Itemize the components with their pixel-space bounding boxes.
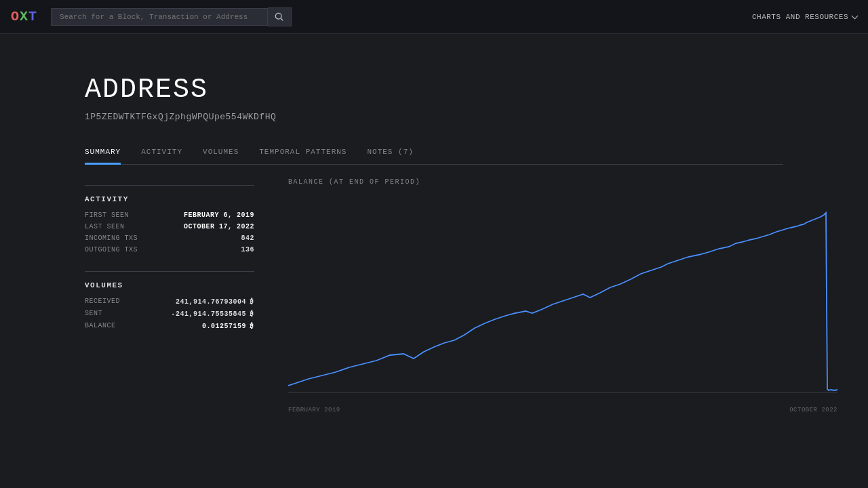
last-seen-value: OCTOBER 17, 2022: [184, 223, 254, 230]
first-seen-label: FIRST SEEN: [85, 211, 129, 219]
table-row: BALANCE 0.01257159 ₿: [85, 322, 254, 330]
charts-resources-button[interactable]: CHARTS AND RESOURCES: [752, 13, 857, 21]
outgoing-txs-value: 136: [241, 246, 254, 253]
tabs-container: SUMMARY ACTIVITY VOLUMES TEMPORAL PATTER…: [85, 142, 783, 165]
sent-value: -241,914.75535845 ₿: [171, 310, 254, 318]
tab-temporal[interactable]: TEMPORAL PATTERNS: [259, 142, 347, 165]
chevron-down-icon: [852, 12, 859, 19]
incoming-txs-value: 842: [241, 235, 254, 242]
balance-chart: [288, 192, 837, 403]
table-row: LAST SEEN OCTOBER 17, 2022: [85, 223, 254, 230]
chart-x-labels: FEBRUARY 2019 OCTOBER 2022: [288, 403, 837, 413]
first-seen-value: FEBRUARY 6, 2019: [184, 211, 254, 219]
chart-container: [288, 192, 837, 403]
content-area: ACTIVITY FIRST SEEN FEBRUARY 6, 2019 LAS…: [85, 165, 783, 413]
table-row: RECEIVED 241,914.76793004 ₿: [85, 298, 254, 306]
logo-o: O: [11, 9, 20, 24]
table-row: OUTGOING TXS 136: [85, 246, 254, 253]
activity-section-title: ACTIVITY: [85, 195, 275, 203]
volumes-section-title: VOLUMES: [85, 281, 275, 289]
table-row: INCOMING TXS 842: [85, 235, 254, 242]
charts-resources-label: CHARTS AND RESOURCES: [752, 13, 848, 21]
search-button[interactable]: [268, 7, 292, 26]
tab-volumes[interactable]: VOLUMES: [203, 142, 239, 165]
divider-volumes: [85, 271, 254, 272]
left-panel: ACTIVITY FIRST SEEN FEBRUARY 6, 2019 LAS…: [85, 178, 275, 413]
divider-activity: [85, 185, 254, 186]
received-label: RECEIVED: [85, 298, 120, 306]
chart-x-label-start: FEBRUARY 2019: [288, 407, 340, 413]
page-title: ADDRESS: [85, 75, 783, 105]
tab-summary[interactable]: SUMMARY: [85, 142, 121, 165]
address-hash: 1P5ZEDWTKTFGxQjZphgWPQUpe554WKDfHQ: [85, 112, 783, 122]
tab-activity[interactable]: ACTIVITY: [141, 142, 182, 165]
table-row: FIRST SEEN FEBRUARY 6, 2019: [85, 211, 254, 219]
nav-right: CHARTS AND RESOURCES: [752, 13, 857, 21]
sent-label: SENT: [85, 310, 102, 318]
balance-value: 0.01257159 ₿: [202, 322, 254, 330]
svg-line-1: [281, 18, 283, 20]
right-panel: BALANCE (AT END OF PERIOD) FEBRUARY 2019…: [275, 178, 837, 413]
tab-notes[interactable]: NOTES (7): [367, 142, 413, 165]
chart-title: BALANCE (AT END OF PERIOD): [288, 178, 837, 186]
last-seen-label: LAST SEEN: [85, 223, 125, 230]
search-icon: [275, 12, 284, 22]
logo-t: T: [28, 9, 37, 24]
received-value: 241,914.76793004 ₿: [176, 298, 254, 306]
search-container: [51, 7, 322, 26]
main-content: ADDRESS 1P5ZEDWTKTFGxQjZphgWPQUpe554WKDf…: [0, 34, 868, 413]
search-input[interactable]: [51, 8, 268, 26]
logo: OXT: [11, 9, 37, 24]
balance-label: BALANCE: [85, 322, 116, 330]
navbar: OXT CHARTS AND RESOURCES: [0, 0, 868, 34]
chart-x-label-end: OCTOBER 2022: [789, 407, 837, 413]
svg-point-0: [275, 13, 281, 19]
incoming-txs-label: INCOMING TXS: [85, 235, 138, 242]
outgoing-txs-label: OUTGOING TXS: [85, 246, 138, 253]
table-row: SENT -241,914.75535845 ₿: [85, 310, 254, 318]
logo-x: X: [20, 9, 28, 24]
